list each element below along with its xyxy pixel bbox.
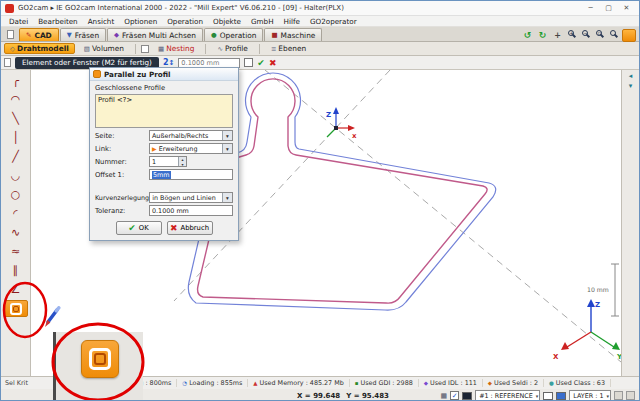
side-label: Seite: [95, 132, 115, 140]
number-label: Nummer: [95, 158, 127, 166]
memory-icon: ▲ [253, 380, 257, 386]
close-icon[interactable]: ✕ [618, 2, 635, 14]
profile-button[interactable]: ∿ Profile [211, 43, 253, 54]
maximize-icon[interactable]: ▢ [600, 2, 617, 14]
corner-tool[interactable]: ╭ [4, 72, 28, 89]
status-item-idl: ◆Used IDL : 111 [419, 379, 483, 387]
machine-icon: ■ [271, 32, 277, 39]
pen-cursor-icon [43, 306, 61, 328]
layer-value: LAYER : 1 [573, 392, 603, 400]
dialog-titlebar[interactable]: Parallel zu Profil [90, 68, 238, 81]
zoom-out-icon[interactable]: − [580, 29, 592, 42]
menu-go2operator[interactable]: GO2operator [305, 17, 362, 26]
app-logo-icon [5, 4, 14, 13]
collapse-panel-icon[interactable]: ◂ [629, 73, 633, 80]
tab-fraesen-multi-achsen-label: Fräsen Multi Achsen [122, 31, 196, 40]
menu-datei[interactable]: Datei [4, 17, 33, 26]
prompt-checkbox[interactable] [244, 58, 253, 67]
confirm-check-icon[interactable]: ✔ [257, 58, 265, 68]
cancel-x-icon[interactable]: ✖ [269, 58, 277, 68]
ebenen-button[interactable]: ≡ Ebenen [265, 43, 312, 54]
nesting-button[interactable]: ▦ Nesting [152, 43, 200, 54]
reference-color-swatch[interactable] [462, 392, 472, 400]
decomposition-label: Kurvenzerlegung [95, 194, 149, 202]
minimize-icon[interactable]: ─ [582, 2, 599, 14]
decomposition-select[interactable]: in Bögen und Linien [149, 192, 233, 203]
reference-select[interactable]: #1 : REFERENCE [475, 390, 540, 401]
layer-color-swatch-blue[interactable] [556, 392, 566, 400]
link-select[interactable]: ▶Erweiterung [149, 143, 233, 154]
expand-panel-icon[interactable]: ▾ [629, 83, 633, 90]
menu-optionen[interactable]: Optionen [119, 17, 162, 26]
wireframe-icon: ◇ [10, 45, 15, 53]
tolerance-input[interactable]: 0.1000 mm [149, 205, 233, 216]
x-icon: ✖ [170, 223, 178, 233]
application-window: GO2cam ▸ IE GO2cam International 2000 - … [0, 0, 640, 401]
quarter-arc-tool[interactable]: ◜ [4, 205, 28, 222]
profile-curve[interactable] [198, 79, 488, 303]
arc-top-tool[interactable]: ◠ [4, 91, 28, 108]
new-document-icon[interactable] [4, 28, 16, 40]
spinner-arrows-icon[interactable]: ▴▾ [178, 157, 186, 166]
tab-maschine[interactable]: ■ Maschine [264, 28, 322, 41]
number-input[interactable]: 1 ▴▾ [149, 156, 187, 167]
tab-operation[interactable]: ● Operation [204, 28, 263, 41]
drahtmodell-button[interactable]: ◇ Drahtmodell [4, 43, 75, 54]
reference-visibility-checkbox[interactable]: ✓ [450, 391, 459, 400]
diagonal-line-tool[interactable]: ╲ [4, 110, 28, 127]
status-left-text: Sel Krit [5, 379, 35, 387]
grid-icon[interactable]: ▦ [441, 392, 448, 400]
tab-fraesen-multi-achsen[interactable]: ◆ Fräsen Multi Achsen [107, 28, 203, 41]
tab-cad[interactable]: ✎ CAD [19, 28, 59, 41]
document-icon [7, 30, 14, 39]
spline-tool[interactable]: ∿ [4, 224, 28, 241]
zoom-fit-icon[interactable] [608, 29, 620, 42]
offset-curves-tool[interactable]: ≈ [4, 243, 28, 260]
drahtmodell-label: Drahtmodell [17, 44, 69, 53]
arc-bottom-tool[interactable]: ◡ [4, 167, 28, 184]
menu-gmbh[interactable]: GmbH [246, 17, 279, 26]
side-select[interactable]: Außerhalb/Rechts [149, 130, 233, 141]
circle-tool[interactable]: ○ [4, 186, 28, 203]
rotate-cw-icon[interactable]: ↻ [536, 29, 549, 42]
profile-list-item[interactable]: Profil <?> [98, 96, 230, 104]
menu-ansicht[interactable]: Ansicht [83, 17, 120, 26]
cancel-button[interactable]: ✖Abbruch [167, 221, 213, 235]
offset-label: Offset 1: [95, 171, 124, 179]
angle-tool[interactable]: ∠ [4, 281, 28, 298]
sheet-icon [4, 58, 11, 67]
tab-operation-label: Operation [220, 31, 257, 40]
selection-counter: 2 ↕ [163, 58, 174, 67]
prompt-value-input[interactable]: 0.1000 mm [178, 58, 240, 68]
nesting-checkbox[interactable] [141, 45, 149, 53]
menu-bearbeiten[interactable]: Bearbeiten [33, 17, 83, 26]
menu-objekte[interactable]: Objekte [208, 17, 246, 26]
status-item-loading: ◔Loading : 855ms [177, 379, 248, 387]
check-icon: ✔ [128, 223, 136, 233]
link-value: Erweiterung [159, 145, 198, 153]
menu-bar: Datei Bearbeiten Ansicht Optionen Operat… [1, 16, 639, 27]
rotate-ccw-icon[interactable]: ↺ [521, 29, 534, 42]
zoom-in-icon[interactable]: + [566, 29, 578, 42]
quick-access-icon[interactable] [622, 29, 636, 42]
oblique-line-tool[interactable]: ╱ [4, 148, 28, 165]
ok-button[interactable]: ✔OK [116, 221, 162, 235]
parallel-lines-tool[interactable]: ∥ [4, 262, 28, 279]
pan-icon[interactable]: + [551, 29, 564, 42]
tab-fraesen[interactable]: ▼ Fräsen [60, 28, 106, 41]
vertical-line-tool[interactable]: │ [4, 129, 28, 146]
layer-select[interactable]: LAYER : 1 [569, 390, 611, 401]
layer-color-swatch-white[interactable] [543, 392, 553, 400]
toolbar-separator [259, 44, 260, 54]
profiles-listbox[interactable]: Profil <?> [95, 94, 233, 128]
menu-operation[interactable]: Operation [162, 17, 208, 26]
offset-input[interactable]: 5mm [149, 169, 233, 180]
misc-button-2[interactable] [626, 391, 635, 400]
menu-hilfe[interactable]: Hilfe [279, 17, 305, 26]
status-item-memory: ▲Used Memory : 485.27 Mb [248, 379, 349, 387]
volumen-button[interactable]: ▧ Volumen [78, 43, 130, 54]
decomposition-value: in Bögen und Linien [152, 194, 216, 202]
parallel-profile-tool[interactable] [4, 300, 28, 317]
misc-button-1[interactable] [614, 391, 623, 400]
zoom-window-icon[interactable]: ▫ [594, 29, 606, 42]
